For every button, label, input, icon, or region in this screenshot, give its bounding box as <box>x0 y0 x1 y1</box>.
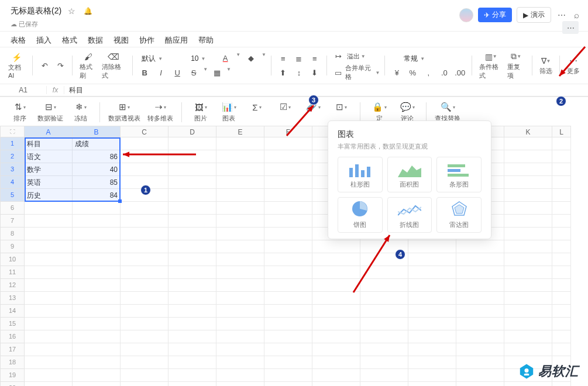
cell[interactable] <box>552 266 571 279</box>
italic-icon[interactable]: I <box>154 67 168 80</box>
cell[interactable] <box>360 318 408 330</box>
cell[interactable] <box>169 176 216 189</box>
cell[interactable] <box>264 253 312 266</box>
cell[interactable] <box>169 343 216 356</box>
cell[interactable] <box>73 318 121 330</box>
cell[interactable] <box>73 266 121 279</box>
cell[interactable]: 英语 <box>25 176 73 189</box>
cell[interactable] <box>121 343 169 356</box>
cell[interactable] <box>312 356 360 369</box>
multidim-button[interactable]: ⇢▾转多维表 <box>144 100 177 124</box>
cell[interactable] <box>25 343 73 356</box>
valign-top-icon[interactable]: ⬆ <box>276 66 290 79</box>
cell[interactable]: 历史 <box>25 189 73 202</box>
row-header[interactable]: 1 <box>0 137 25 150</box>
image-button[interactable]: 🖼▾图片 <box>187 100 215 124</box>
cell[interactable] <box>25 292 73 305</box>
cell[interactable] <box>216 266 264 279</box>
cell[interactable] <box>504 176 552 189</box>
cell[interactable] <box>25 382 73 386</box>
cell[interactable] <box>456 240 504 253</box>
cell[interactable] <box>264 228 312 240</box>
cell[interactable] <box>264 343 312 356</box>
cell[interactable] <box>121 356 169 369</box>
align-center-icon[interactable]: ≣ <box>292 52 306 65</box>
cell[interactable] <box>552 330 571 343</box>
cell[interactable] <box>216 189 264 202</box>
cell[interactable] <box>552 318 571 330</box>
cell[interactable] <box>169 228 216 240</box>
share-button[interactable]: ✈ 分享 <box>478 8 512 22</box>
menu-item[interactable]: 表格 <box>11 35 26 46</box>
cell[interactable] <box>408 318 456 330</box>
chart-option[interactable]: 折线图 <box>387 197 432 233</box>
cell[interactable] <box>169 215 216 228</box>
strike-icon[interactable]: S <box>187 67 201 80</box>
format-painter-button[interactable]: 🖌格式刷 <box>77 51 99 81</box>
cell[interactable] <box>216 240 264 253</box>
cell[interactable] <box>121 215 169 228</box>
cell[interactable] <box>504 202 552 215</box>
row-header[interactable]: 6 <box>0 202 25 215</box>
cell[interactable] <box>169 266 216 279</box>
cell[interactable] <box>456 292 504 305</box>
cell[interactable] <box>121 228 169 240</box>
cell[interactable] <box>264 305 312 318</box>
cell[interactable] <box>264 240 312 253</box>
cell[interactable] <box>73 215 121 228</box>
cell[interactable] <box>264 356 312 369</box>
cell[interactable]: 85 <box>73 176 121 189</box>
group-button[interactable]: ⊡▾ <box>327 100 355 115</box>
doc-ai-button[interactable]: ⚡文档AI <box>6 51 27 80</box>
cell[interactable] <box>73 343 121 356</box>
cell[interactable] <box>264 163 312 176</box>
cell[interactable] <box>360 305 408 318</box>
cell[interactable] <box>121 382 169 386</box>
cell[interactable] <box>264 330 312 343</box>
cell[interactable] <box>73 253 121 266</box>
col-header[interactable]: K <box>504 126 552 137</box>
cell[interactable] <box>264 189 312 202</box>
cell[interactable] <box>408 292 456 305</box>
cell[interactable] <box>552 202 571 215</box>
cell[interactable] <box>360 369 408 382</box>
menu-item[interactable]: 帮助 <box>198 35 214 46</box>
col-header[interactable]: A <box>25 126 73 137</box>
cell[interactable] <box>312 330 360 343</box>
font-color-icon[interactable]: A <box>218 52 232 65</box>
merge-icon[interactable]: ▭ <box>332 66 344 79</box>
cell[interactable] <box>73 369 121 382</box>
freeze-button[interactable]: ❄▾冻结 <box>67 100 95 124</box>
cell[interactable] <box>360 356 408 369</box>
filter-button[interactable]: ∇▼筛选 <box>537 55 555 76</box>
row-header[interactable]: 14 <box>0 305 25 318</box>
cell[interactable] <box>408 369 456 382</box>
menu-item[interactable]: 视图 <box>114 35 129 46</box>
cell[interactable] <box>169 356 216 369</box>
cell[interactable] <box>121 240 169 253</box>
clear-format-button[interactable]: ⌫清除格式 <box>99 51 128 81</box>
cell[interactable] <box>216 253 264 266</box>
cell[interactable] <box>552 189 571 202</box>
search-icon[interactable]: ⌕ <box>572 8 581 22</box>
cell[interactable] <box>360 343 408 356</box>
row-header[interactable]: 3 <box>0 163 25 176</box>
cell[interactable] <box>169 240 216 253</box>
cell[interactable] <box>264 202 312 215</box>
cell[interactable] <box>552 176 571 189</box>
row-header[interactable]: 2 <box>0 150 25 163</box>
sort-button[interactable]: ⇅▾排序 <box>6 100 34 124</box>
cell[interactable] <box>169 163 216 176</box>
cell[interactable] <box>216 279 264 292</box>
cell[interactable] <box>169 318 216 330</box>
cell-name-box[interactable]: A1 <box>0 86 47 94</box>
cell[interactable] <box>504 215 552 228</box>
chart-option[interactable]: 条形图 <box>436 157 482 192</box>
cell[interactable] <box>169 330 216 343</box>
cond-format-button[interactable]: ▥▼条件格式 <box>477 51 505 81</box>
cell[interactable] <box>73 292 121 305</box>
number-format-select[interactable]: 常规▼ <box>400 52 457 66</box>
valign-bot-icon[interactable]: ⬇ <box>308 66 322 79</box>
align-right-icon[interactable]: ≡ <box>308 52 322 65</box>
cell[interactable] <box>264 266 312 279</box>
